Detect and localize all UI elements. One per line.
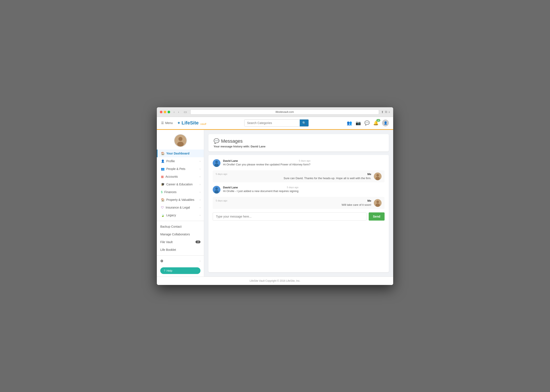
help-button[interactable]: ? Help <box>160 267 200 274</box>
sidebar-item-career[interactable]: 🎓 Career & Education › <box>157 181 204 188</box>
svg-point-5 <box>214 163 219 167</box>
sidebar-item-manage-collaborators[interactable]: Manage Collaborators <box>157 231 204 238</box>
sidebar-divider <box>157 221 204 221</box>
help-label: Help <box>166 269 172 272</box>
message-row: David Lane 5 days ago Hi Orville - I jus… <box>213 186 384 194</box>
footer-copyright: LifeSite Vault Copyright © 2016 LifeSite… <box>250 279 300 282</box>
profile-icon: 👤 <box>161 159 165 163</box>
sidebar-item-life-booklet[interactable]: Life Booklet <box>157 246 204 254</box>
sidebar-item-legacy[interactable]: 🍃 Legacy › <box>157 211 204 219</box>
sidebar-divider-2 <box>157 255 204 256</box>
message-from-me-2: 5 days ago Me Will take care of it soon! <box>213 197 384 209</box>
sidebar-item-insurance[interactable]: 🛡 Insurance & Legal › <box>157 204 204 211</box>
sidebar-item-people-pets[interactable]: 👥 People & Pets › <box>157 165 204 173</box>
logo-vault-text: vault <box>200 122 206 126</box>
message-from-me: 5 days ago Me Sure can David. Thanks for… <box>213 170 384 182</box>
chevron-icon: › <box>200 168 200 170</box>
sidebar-label-profile: Profile <box>166 159 175 163</box>
message-content-2: David Lane 5 days ago Hi Orville - I jus… <box>223 186 298 193</box>
search-bar: 🔍 <box>244 119 309 126</box>
my-message-text: Sure can David. Thanks for the heads-up.… <box>216 177 371 180</box>
message-from-other: David Lane 5 days ago Hi Orville - I jus… <box>213 186 384 194</box>
finances-icon: $ <box>161 190 163 194</box>
life-booklet-label: Life Booklet <box>160 248 176 252</box>
file-vault-badge: 19 <box>195 240 200 243</box>
close-button[interactable] <box>160 111 162 113</box>
sidebar-label-career: Career & Education <box>166 182 193 186</box>
duplicate-button[interactable]: ⧉ <box>385 110 387 114</box>
sidebar: 🏠 Your Dashboard 👤 Profile › 👥 People & … <box>157 130 204 277</box>
message-input[interactable] <box>213 212 367 221</box>
svg-point-14 <box>376 203 380 207</box>
message-row: David Lane 5 days ago Hi Orville! Can yo… <box>213 159 384 167</box>
send-button[interactable]: Send <box>369 212 384 221</box>
sidebar-toggle-button[interactable]: ▭ <box>182 109 188 114</box>
browser-actions: ⬆ ⧉ + <box>381 110 390 114</box>
messages-button[interactable]: 💬 <box>364 120 370 126</box>
share-button[interactable]: ⬆ <box>381 110 384 114</box>
menu-button[interactable]: ☰ Menu <box>161 121 173 125</box>
sidebar-nav: 🏠 Your Dashboard 👤 Profile › 👥 People & … <box>157 150 204 219</box>
message-row: 5 days ago Me Sure can David. Thanks for… <box>213 170 384 182</box>
camera-button[interactable]: 📷 <box>355 120 361 126</box>
sidebar-item-finances[interactable]: $ Finances › <box>157 188 204 196</box>
people-icon: 👥 <box>161 167 165 171</box>
chevron-icon: › <box>200 160 200 162</box>
search-button[interactable]: 🔍 <box>300 119 309 126</box>
menu-label: Menu <box>165 121 173 125</box>
my-avatar <box>374 173 382 180</box>
sender-name-2: David Lane <box>223 186 238 189</box>
my-message-text-2: Will take care of it soon! <box>216 203 371 206</box>
insurance-icon: 🛡 <box>161 206 164 209</box>
notification-badge: 19 <box>376 119 380 122</box>
my-message-time: 5 days ago <box>216 173 227 175</box>
sidebar-label-finances: Finances <box>164 190 177 194</box>
user-avatar: 👤 <box>382 119 389 126</box>
notifications-button[interactable]: 🔔 19 <box>373 120 379 126</box>
chevron-icon: › <box>200 198 200 201</box>
svg-point-8 <box>376 177 380 180</box>
camera-icon: 📷 <box>355 121 361 125</box>
dashboard-icon: 🏠 <box>161 152 165 155</box>
settings-row[interactable]: ⚙ › <box>157 257 204 265</box>
svg-point-13 <box>376 201 379 203</box>
sidebar-user-avatar-area <box>157 130 204 150</box>
groups-button[interactable]: 👥 <box>347 120 352 126</box>
my-name-2: Me <box>367 199 371 202</box>
sidebar-label-dashboard: Your Dashboard <box>166 152 189 155</box>
header-icons: 👥 📷 💬 🔔 19 👤 <box>347 119 389 126</box>
sidebar-item-property[interactable]: 🏠 Property & Valuables › <box>157 196 204 204</box>
conversation-panel: David Lane 5 days ago Hi Orville! Can yo… <box>208 155 389 272</box>
minimize-button[interactable] <box>164 111 166 113</box>
logo-text: LifeSite <box>181 121 198 125</box>
sidebar-label-legacy: Legacy <box>166 213 176 217</box>
david-avatar-2 <box>213 186 220 194</box>
svg-point-2 <box>177 142 184 146</box>
sidebar-item-file-vault[interactable]: File Vault 19 <box>157 238 204 246</box>
chevron-icon: › <box>200 183 200 186</box>
backup-contact-label: Backup Contact <box>160 225 181 228</box>
sidebar-item-accounts[interactable]: ▦ Accounts › <box>157 173 204 181</box>
message-time: 5 days ago <box>299 159 311 162</box>
browser-titlebar: ‹ › ▭ lifesitevault.com ⬆ ⧉ + <box>157 107 393 117</box>
svg-point-7 <box>376 174 379 177</box>
message-compose: Send <box>213 212 384 221</box>
chevron-icon: › <box>200 214 200 217</box>
browser-window: ‹ › ▭ lifesitevault.com ⬆ ⧉ + ☰ Menu ✦ L… <box>157 107 393 285</box>
app-body: 🏠 Your Dashboard 👤 Profile › 👥 People & … <box>157 130 393 277</box>
new-tab-button[interactable]: + <box>388 110 390 114</box>
sidebar-item-profile[interactable]: 👤 Profile › <box>157 157 204 165</box>
user-avatar-button[interactable]: 👤 <box>382 119 389 126</box>
svg-point-11 <box>214 190 219 194</box>
search-input[interactable] <box>245 119 300 126</box>
sidebar-item-backup-contact[interactable]: Backup Contact <box>157 223 204 231</box>
maximize-button[interactable] <box>167 111 170 113</box>
forward-button[interactable]: › <box>177 110 181 114</box>
search-area: 🔍 <box>210 119 342 126</box>
back-button[interactable]: ‹ <box>172 110 176 114</box>
chevron-icon: › <box>200 175 200 178</box>
sidebar-label-accounts: Accounts <box>166 175 178 178</box>
sidebar-item-dashboard[interactable]: 🏠 Your Dashboard <box>157 150 204 157</box>
url-bar[interactable]: lifesitevault.com <box>190 109 379 115</box>
sender-name: David Lane <box>223 159 238 162</box>
